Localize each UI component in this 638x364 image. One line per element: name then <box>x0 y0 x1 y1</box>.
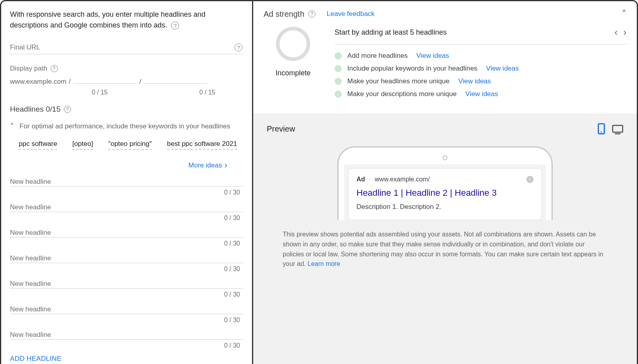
display-path-row: www.example.com / / <box>10 74 243 86</box>
headline-item: New headline0 / 30 <box>10 202 243 222</box>
ad-headline: Headline 1 | Headline 2 | Headline 3 <box>356 188 534 198</box>
display-path-label: Display path ? <box>10 65 58 73</box>
headline-input[interactable]: New headline <box>10 253 243 263</box>
ad-preview-card: Ad · www.example.com/ i Headline 1 | Hea… <box>348 168 542 220</box>
headline-char-count: 0 / 30 <box>10 189 243 196</box>
status-dot-icon <box>335 78 342 85</box>
ad-url: www.example.com/ <box>375 176 430 183</box>
keyword-chip[interactable]: "opteo pricing" <box>108 140 152 150</box>
ad-badge: Ad <box>356 176 365 183</box>
headline-input[interactable]: New headline <box>10 227 243 238</box>
preview-caption: This preview shows potential ads assembl… <box>267 230 623 269</box>
chevron-up-icon[interactable]: ˄ <box>622 8 626 20</box>
intro-text: With responsive search ads, you enter mu… <box>10 9 243 31</box>
keyword-chip[interactable]: ppc software <box>19 140 57 150</box>
leave-feedback-link[interactable]: Leave feedback <box>327 10 374 18</box>
headline-item: New headline0 / 30 <box>10 176 243 196</box>
help-icon[interactable]: ? <box>234 43 242 51</box>
headline-char-count: 0 / 30 <box>10 342 243 349</box>
final-url-field: Final URL ? <box>10 42 243 54</box>
headline-char-count: 0 / 30 <box>10 291 243 298</box>
keyword-chip[interactable]: best ppc software 2021 <box>167 140 237 150</box>
suggestion-item: Make your descriptions more uniqueView i… <box>335 90 626 98</box>
headline-char-count: 0 / 30 <box>10 240 243 247</box>
suggestion-text: Add more headlines <box>347 52 408 60</box>
view-ideas-link[interactable]: View ideas <box>416 52 449 60</box>
headline-char-count: 0 / 30 <box>10 266 243 273</box>
final-url-label: Final URL <box>10 43 40 51</box>
view-ideas-link[interactable]: View ideas <box>486 65 519 73</box>
help-icon[interactable]: ? <box>51 65 58 72</box>
learn-more-link[interactable]: Learn more <box>307 260 340 267</box>
status-dot-icon <box>335 91 342 98</box>
suggestion-item: Add more headlinesView ideas <box>335 52 626 60</box>
help-icon[interactable]: ? <box>64 106 71 113</box>
keyword-suggestion-intro: For optimal ad performance, include thes… <box>20 122 230 130</box>
display-path-count-2: 0 / 15 <box>156 89 215 96</box>
suggestion-item: Include popular keywords in your headlin… <box>335 65 626 73</box>
status-dot-icon <box>335 65 342 72</box>
info-icon[interactable]: i <box>526 176 534 183</box>
suggestion-item: Make your headlines more uniqueView idea… <box>335 77 626 85</box>
ad-strength-title: Ad strength <box>264 10 304 19</box>
desktop-preview-icon[interactable] <box>612 125 623 133</box>
more-ideas-link[interactable]: More ideas › <box>189 160 227 171</box>
ad-strength-gauge <box>276 27 310 61</box>
headline-item: New headline0 / 30 <box>10 227 243 247</box>
view-ideas-link[interactable]: View ideas <box>458 77 491 85</box>
help-icon[interactable]: ? <box>308 10 315 18</box>
headline-input[interactable]: New headline <box>10 176 243 187</box>
headline-item: New headline0 / 30 <box>10 278 243 298</box>
preview-title: Preview <box>267 124 295 134</box>
status-dot-icon <box>335 52 342 59</box>
phone-speaker-icon <box>443 155 447 160</box>
suggestion-text: Make your headlines more unique <box>347 77 449 85</box>
headline-input[interactable]: New headline <box>10 202 243 212</box>
display-path-count-1: 0 / 15 <box>48 89 108 96</box>
headline-input[interactable]: New headline <box>10 329 243 340</box>
ad-description: Description 1. Description 2. <box>356 203 534 211</box>
headline-item: New headline0 / 30 <box>10 304 243 324</box>
display-path-input-2[interactable] <box>144 74 207 84</box>
headline-item: New headline0 / 30 <box>10 253 243 273</box>
suggestions-headline: Start by adding at least 5 headlines <box>335 28 447 37</box>
suggestion-text: Include popular keywords in your headlin… <box>347 65 477 73</box>
display-path-domain: www.example.com <box>10 78 67 86</box>
headline-char-count: 0 / 30 <box>10 214 243 222</box>
view-ideas-link[interactable]: View ideas <box>465 90 498 98</box>
keyword-chip[interactable]: [opteo] <box>72 140 93 150</box>
help-icon[interactable]: ? <box>171 22 179 30</box>
mobile-preview-icon[interactable] <box>598 123 605 134</box>
headline-item: New headline0 / 30 <box>10 329 243 349</box>
phone-frame: Ad · www.example.com/ i Headline 1 | Hea… <box>337 146 553 220</box>
headline-input[interactable]: New headline <box>10 278 243 289</box>
display-path-input-1[interactable] <box>73 74 137 84</box>
chevron-right-icon: › <box>224 160 227 171</box>
headline-char-count: 0 / 30 <box>10 317 243 324</box>
suggestion-text: Make your descriptions more unique <box>347 90 457 98</box>
ad-strength-status: Incomplete <box>276 69 311 77</box>
next-suggestion-button[interactable]: › <box>623 27 626 38</box>
chevron-up-icon[interactable]: ˄ <box>10 122 14 131</box>
add-headline-button[interactable]: ADD HEADLINE <box>10 355 243 363</box>
prev-suggestion-button[interactable]: ‹ <box>614 27 618 38</box>
headlines-title: Headlines 0/15 ? <box>10 105 243 114</box>
headline-input[interactable]: New headline <box>10 304 243 314</box>
